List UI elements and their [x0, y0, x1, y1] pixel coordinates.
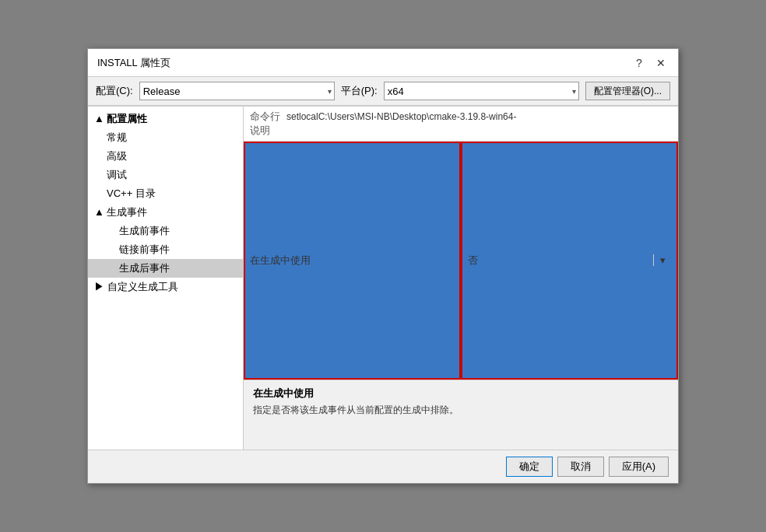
dialog-title: INSTALL 属性页 [97, 56, 170, 70]
property-value: 否 [468, 254, 478, 268]
tree-item-pre-link[interactable]: 链接前事件 [88, 240, 243, 259]
tree-item-advanced[interactable]: 高级 [88, 147, 243, 166]
tree-item-debug[interactable]: 调试 [88, 166, 243, 184]
toolbar: 配置(C): Release ▾ 平台(P): x64 ▾ 配置管理器(O)..… [88, 77, 678, 106]
tree-panel: ▲ 配置属性常规高级调试VC++ 目录▲ 生成事件生成前事件链接前事件生成后事件… [88, 107, 244, 450]
title-bar: INSTALL 属性页 ? ✕ [88, 49, 678, 77]
description-title: 在生成中使用 [253, 387, 669, 401]
platform-select[interactable]: x64 [384, 82, 579, 100]
command-row: 命令行 setlocalC:\Users\MSI-NB\Desktop\cmak… [250, 110, 672, 124]
command-label: 命令行 [250, 110, 280, 124]
title-controls: ? ✕ [631, 55, 669, 71]
command-area: 命令行 setlocalC:\Users\MSI-NB\Desktop\cmak… [244, 107, 678, 142]
config-select[interactable]: Release [139, 82, 335, 100]
property-name: 在生成中使用 [244, 142, 461, 380]
value-wrapper: 否 ▾ [468, 254, 673, 268]
apply-button[interactable]: 应用(A) [609, 457, 669, 477]
platform-label: 平台(P): [341, 84, 378, 98]
tree-item-pre-build[interactable]: 生成前事件 [88, 222, 243, 240]
content-panel: 命令行 setlocalC:\Users\MSI-NB\Desktop\cmak… [244, 107, 678, 450]
main-area: ▲ 配置属性常规高级调试VC++ 目录▲ 生成事件生成前事件链接前事件生成后事件… [88, 106, 678, 450]
property-row-use-in-build[interactable]: 在生成中使用 否 ▾ [244, 142, 678, 380]
tree-item-post-build[interactable]: 生成后事件 [88, 259, 243, 278]
property-value-cell: 否 ▾ [461, 142, 678, 380]
description-command-row: 说明 [250, 124, 672, 138]
cancel-button[interactable]: 取消 [557, 457, 604, 477]
properties-dialog: INSTALL 属性页 ? ✕ 配置(C): Release ▾ 平台(P): … [87, 48, 679, 484]
description-command-label: 说明 [250, 124, 270, 138]
tree-item-config-props[interactable]: ▲ 配置属性 [88, 110, 243, 128]
close-button[interactable]: ✕ [653, 55, 669, 71]
value-dropdown-arrow[interactable]: ▾ [653, 254, 672, 266]
platform-select-wrapper: x64 ▾ [384, 82, 579, 100]
tree-item-general[interactable]: 常规 [88, 128, 243, 147]
tree-item-build-events[interactable]: ▲ 生成事件 [88, 203, 243, 222]
help-button[interactable]: ? [631, 55, 647, 71]
tree-item-custom-build[interactable]: ▶ 自定义生成工具 [88, 278, 243, 296]
config-label: 配置(C): [96, 84, 133, 98]
description-panel: 在生成中使用 指定是否将该生成事件从当前配置的生成中排除。 [244, 380, 678, 450]
description-text: 指定是否将该生成事件从当前配置的生成中排除。 [253, 404, 669, 417]
config-manager-button[interactable]: 配置管理器(O)... [585, 82, 670, 100]
command-value: setlocalC:\Users\MSI-NB\Desktop\cmake-3.… [286, 111, 516, 122]
property-table: 在生成中使用 否 ▾ [244, 142, 678, 380]
ok-button[interactable]: 确定 [506, 457, 553, 477]
button-bar: 确定 取消 应用(A) [88, 450, 678, 483]
tree-item-vcpp-dirs[interactable]: VC++ 目录 [88, 184, 243, 203]
config-select-wrapper: Release ▾ [139, 82, 335, 100]
